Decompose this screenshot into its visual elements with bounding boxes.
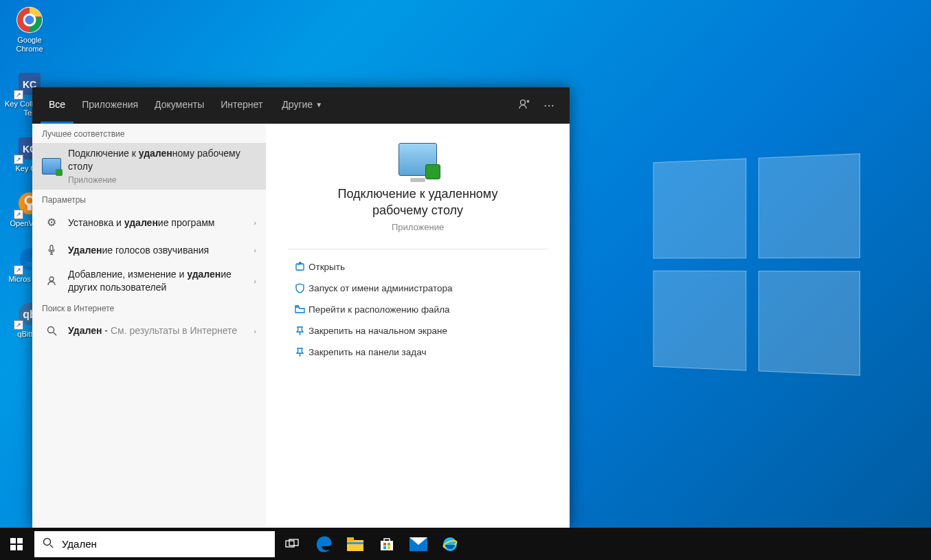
svg-rect-34 (388, 546, 390, 549)
result-title: Установка и удаление программ (68, 216, 249, 229)
svg-rect-27 (347, 540, 363, 551)
desktop-icon-chrome[interactable]: Google Chrome (4, 5, 55, 53)
start-button[interactable] (0, 528, 33, 560)
taskbar-app-store[interactable] (371, 528, 403, 560)
action-label: Открыть (309, 262, 345, 272)
desktop-icon-label: Google Chrome (4, 36, 55, 53)
admin-icon (291, 283, 309, 293)
svg-point-23 (44, 538, 51, 545)
chevron-right-icon: › (254, 277, 256, 285)
rdp-icon (42, 157, 61, 176)
search-tab-all[interactable]: Все (41, 87, 74, 124)
svg-line-17 (54, 333, 56, 335)
section-settings: Параметры (32, 190, 266, 209)
shortcut-arrow-icon: ↗ (14, 265, 23, 275)
section-best-match: Лучшее соответствие (32, 124, 266, 143)
svg-rect-19 (10, 538, 16, 544)
search-icon (34, 537, 62, 551)
result-settings-voice[interactable]: Удаление голосов озвучивания › (32, 236, 266, 264)
svg-rect-22 (17, 545, 23, 550)
result-subtitle: Приложение (68, 175, 256, 186)
taskbar-app-ie[interactable] (434, 528, 466, 560)
result-best-match-rdp[interactable]: Подключение к удаленному рабочему столу … (32, 143, 266, 190)
shortcut-arrow-icon: ↗ (14, 90, 23, 100)
svg-line-24 (50, 545, 53, 548)
search-tab-more[interactable]: Другие ▼ (273, 87, 330, 124)
svg-rect-20 (17, 538, 23, 544)
task-view-button[interactable] (276, 528, 308, 560)
svg-rect-18 (296, 264, 304, 270)
svg-rect-28 (347, 537, 354, 541)
search-tab-docs[interactable]: Документы (146, 87, 212, 124)
person-icon (42, 271, 61, 291)
result-settings-uninstall[interactable]: ⚙ Установка и удаление программ › (32, 209, 266, 236)
result-title: Удаление голосов озвучивания (68, 244, 249, 257)
chevron-down-icon: ▼ (315, 101, 322, 109)
gear-icon: ⚙ (42, 213, 61, 232)
more-options-icon[interactable]: ⋯ (537, 99, 561, 112)
svg-rect-32 (388, 543, 390, 546)
svg-rect-30 (381, 541, 393, 550)
action-file-location[interactable]: Перейти к расположению файла (288, 299, 548, 320)
svg-rect-25 (286, 541, 294, 547)
result-web-search[interactable]: Удален - См. результаты в Интернете › (32, 317, 266, 345)
ie-icon (442, 536, 458, 552)
search-tabs-header: Все Приложения Документы Интернет Другие… (32, 87, 570, 124)
chevron-right-icon: › (254, 246, 256, 254)
chrome-icon (15, 5, 44, 34)
windows-logo-icon (10, 538, 23, 550)
result-settings-users[interactable]: Добавление, изменение и удаление других … (32, 264, 266, 298)
svg-rect-31 (383, 543, 386, 546)
shortcut-arrow-icon: ↗ (14, 320, 23, 330)
edge-icon (315, 535, 333, 553)
search-tab-web[interactable]: Интернет (212, 87, 271, 124)
action-pin-taskbar[interactable]: Закрепить на панели задач (288, 341, 548, 363)
search-tab-apps[interactable]: Приложения (74, 87, 146, 124)
action-label: Перейти к расположению файла (309, 304, 450, 315)
svg-rect-21 (10, 545, 16, 550)
store-icon (379, 537, 394, 552)
folder-icon (291, 304, 309, 315)
start-search-panel: Все Приложения Документы Интернет Другие… (32, 87, 570, 528)
action-label: Закрепить на начальном экране (309, 326, 447, 336)
microphone-icon (42, 240, 61, 260)
svg-point-13 (521, 100, 526, 104)
windows-logo-wallpaper (653, 153, 860, 375)
file-explorer-icon (347, 537, 363, 551)
feedback-icon[interactable] (512, 98, 537, 113)
rdp-large-icon (288, 143, 548, 176)
task-view-icon (285, 539, 299, 550)
svg-point-15 (49, 277, 54, 281)
taskbar-app-mail[interactable] (403, 528, 434, 560)
svg-rect-14 (50, 245, 53, 251)
action-label: Закрепить на панели задач (309, 347, 426, 357)
search-icon (42, 322, 61, 341)
pin-taskbar-icon (291, 347, 309, 357)
section-web: Поиск в Интернете (32, 298, 266, 317)
search-preview-pane: Подключение к удаленному рабочему столу … (266, 124, 570, 528)
divider (288, 249, 548, 249)
svg-point-16 (47, 327, 54, 333)
search-input[interactable] (62, 531, 275, 557)
shortcut-arrow-icon: ↗ (14, 155, 23, 164)
preview-title: Подключение к удаленному рабочему столу (288, 186, 548, 219)
search-results-list: Лучшее соответствие Подключение к удален… (32, 124, 266, 528)
pin-start-icon (291, 326, 309, 336)
taskbar-app-explorer[interactable] (339, 528, 371, 560)
result-title: Добавление, изменение и удаление других … (68, 268, 249, 294)
taskbar-search-box[interactable] (34, 531, 275, 557)
preview-type: Приложение (288, 222, 548, 232)
taskbar (0, 528, 931, 560)
taskbar-app-edge[interactable] (308, 528, 339, 560)
action-run-admin[interactable]: Запуск от имени администратора (288, 278, 548, 299)
chevron-right-icon: › (254, 219, 256, 227)
action-label: Запуск от имени администратора (309, 283, 453, 293)
open-icon (291, 262, 309, 272)
result-title: Подключение к удаленному рабочему столу … (68, 147, 256, 186)
svg-rect-10 (27, 203, 32, 210)
svg-rect-33 (383, 546, 386, 549)
action-pin-start[interactable]: Закрепить на начальном экране (288, 320, 548, 341)
action-open[interactable]: Открыть (288, 256, 548, 278)
shortcut-arrow-icon: ↗ (14, 210, 23, 219)
result-title: Удален - См. результаты в Интернете (68, 324, 249, 337)
